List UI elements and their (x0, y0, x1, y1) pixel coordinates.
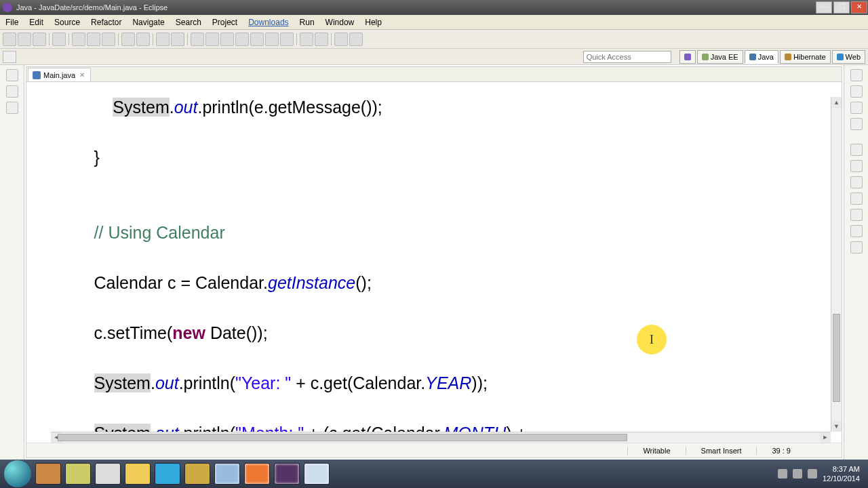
step-over-icon[interactable] (265, 33, 279, 46)
view-icon[interactable] (850, 209, 863, 221)
menu-source[interactable]: Source (49, 16, 85, 29)
tray-flag-icon[interactable] (778, 469, 787, 479)
tray-volume-icon[interactable] (808, 469, 817, 479)
problems-icon[interactable] (850, 102, 863, 114)
perspective-web[interactable]: Web (832, 50, 865, 64)
debug-icon[interactable] (72, 33, 85, 46)
code-block: System.out.println(e.getMessage()); } //… (56, 82, 842, 443)
eclipse-icon (3, 3, 12, 12)
perspective-label: Java (758, 53, 774, 61)
view-icon[interactable] (850, 160, 863, 172)
vertical-scrollbar[interactable]: ▲ ▼ (831, 97, 842, 432)
run-last-icon[interactable] (102, 33, 115, 46)
taskbar-firefox-icon[interactable] (244, 463, 270, 485)
status-writable: Writable (627, 447, 685, 455)
perspective-label: Java EE (711, 53, 738, 61)
search-icon[interactable] (171, 33, 184, 46)
taskbar-notepad-icon[interactable] (304, 463, 330, 485)
editor-tab-main[interactable]: Main.java ✕ (28, 68, 91, 81)
tray-clock[interactable]: 8:37 AM 12/10/2014 (823, 464, 860, 483)
menu-edit[interactable]: Edit (24, 16, 49, 29)
quick-access-input[interactable] (583, 51, 671, 63)
save-all-icon[interactable] (33, 33, 46, 46)
new-package-icon[interactable] (121, 33, 135, 46)
perspective-javaee[interactable]: Java EE (697, 50, 743, 64)
horizontal-scrollbar[interactable]: ◄ ► (51, 432, 831, 443)
menu-file[interactable]: File (0, 16, 24, 29)
view-icon[interactable] (850, 192, 863, 205)
resume-icon[interactable] (205, 33, 219, 46)
menu-refactor[interactable]: Refactor (85, 16, 127, 29)
menu-window[interactable]: Window (320, 16, 360, 29)
package-explorer-icon[interactable] (6, 69, 18, 81)
taskbar-explorer-icon[interactable] (125, 463, 151, 485)
menu-search[interactable]: Search (170, 16, 207, 29)
scroll-down-icon[interactable]: ▼ (831, 421, 842, 432)
menu-bar: File Edit Source Refactor Navigate Searc… (0, 15, 868, 30)
scroll-thumb[interactable] (58, 434, 627, 441)
step-return-icon[interactable] (280, 33, 294, 46)
run-icon[interactable] (87, 33, 100, 46)
refresh-icon[interactable] (3, 51, 16, 63)
step-into-icon[interactable] (250, 33, 264, 46)
build-icon[interactable] (52, 33, 66, 46)
terminate-icon[interactable] (235, 33, 249, 46)
task-list-icon[interactable] (850, 85, 863, 98)
scroll-up-icon[interactable]: ▲ (831, 97, 842, 108)
navigator-icon[interactable] (6, 102, 18, 114)
code-editor[interactable]: System.out.println(e.getMessage()); } //… (26, 82, 842, 443)
left-view-stack (0, 65, 24, 460)
open-type-icon[interactable] (156, 33, 170, 46)
view-icon[interactable] (850, 176, 863, 188)
taskbar-intellij-icon[interactable] (274, 463, 300, 485)
view-icon[interactable] (850, 241, 863, 253)
menu-navigate[interactable]: Navigate (127, 16, 170, 29)
view-icon[interactable] (850, 144, 863, 156)
tray-date: 12/10/2014 (823, 474, 860, 483)
minimize-button[interactable]: — (816, 1, 832, 14)
perspective-label: Hibernate (793, 53, 826, 61)
cursor-highlight-icon (637, 325, 667, 354)
view-icon[interactable] (850, 225, 863, 237)
menu-run[interactable]: Run (294, 16, 320, 29)
perspective-hibernate[interactable]: Hibernate (780, 50, 831, 64)
tray-network-icon[interactable] (793, 469, 802, 479)
taskbar-skype-icon[interactable] (155, 463, 180, 485)
menu-project[interactable]: Project (207, 16, 243, 29)
ext-tools-icon[interactable] (300, 33, 313, 46)
window-title-bar: Java - JavaDate/src/demo/Main.java - Ecl… (0, 0, 868, 15)
maximize-button[interactable]: ❐ (833, 1, 850, 14)
perspective-bar: Java EE Java Hibernate Web (0, 49, 868, 65)
suspend-icon[interactable] (220, 33, 234, 46)
scroll-thumb[interactable] (833, 314, 840, 402)
perspective-java[interactable]: Java (745, 50, 778, 64)
start-button[interactable] (4, 460, 31, 487)
new-class-icon[interactable] (136, 33, 150, 46)
menu-downloads[interactable]: Downloads (243, 16, 294, 29)
taskbar-sticky-notes-icon[interactable] (65, 463, 91, 485)
save-icon[interactable] (18, 33, 31, 46)
scroll-right-icon[interactable]: ► (820, 432, 831, 443)
type-hierarchy-icon[interactable] (6, 85, 18, 98)
hibernate-icon (785, 54, 791, 60)
close-button[interactable]: ✕ (851, 1, 867, 14)
outline-icon[interactable] (850, 69, 863, 81)
menu-help[interactable]: Help (359, 16, 387, 29)
main-toolbar (0, 30, 868, 49)
taskbar-chrome-icon[interactable] (95, 463, 121, 485)
ant-icon[interactable] (850, 118, 863, 130)
skip-breakpoints-icon[interactable] (191, 33, 204, 46)
taskbar-file-explorer-icon[interactable] (214, 463, 240, 485)
taskbar-media-player-icon[interactable] (35, 463, 61, 485)
nav-fwd-icon[interactable] (349, 33, 363, 46)
java-file-icon (33, 71, 41, 79)
system-tray[interactable]: 8:37 AM 12/10/2014 (778, 464, 864, 483)
new-server-icon[interactable] (315, 33, 328, 46)
open-perspective-button[interactable] (679, 50, 696, 64)
nav-back-icon[interactable] (334, 33, 348, 46)
close-tab-icon[interactable]: ✕ (78, 71, 86, 79)
new-icon[interactable] (3, 33, 16, 46)
perspective-label: Web (846, 53, 861, 61)
taskbar-app-icon[interactable] (184, 463, 210, 485)
editor-tab-label: Main.java (43, 71, 75, 79)
